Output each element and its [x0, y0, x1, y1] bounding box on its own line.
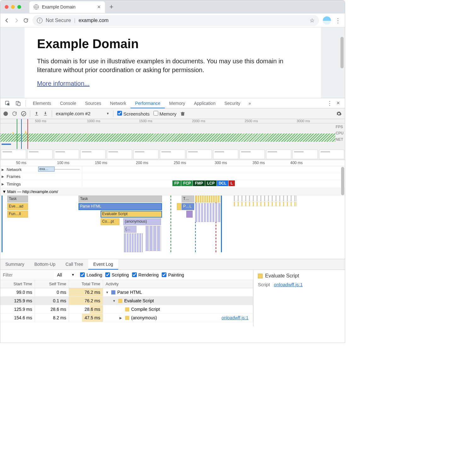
thumbnail[interactable]	[54, 150, 79, 159]
overview-timeline[interactable]: 500 ms 1000 ms 1500 ms 2000 ms 2500 ms 3…	[0, 119, 345, 160]
thumbnail[interactable]	[107, 150, 132, 159]
window-close-button[interactable]	[5, 5, 9, 9]
devtools-tab-elements[interactable]: Elements	[28, 99, 55, 108]
thumbnail[interactable]	[213, 150, 238, 159]
thumbnail[interactable]	[27, 150, 53, 159]
filter-input[interactable]	[0, 271, 54, 279]
filter-painting[interactable]: Painting	[162, 272, 184, 277]
settings-gear-icon[interactable]	[336, 111, 342, 117]
devtools-tab-network[interactable]: Network	[106, 99, 131, 108]
reload-record-icon[interactable]	[12, 111, 17, 117]
flame-block[interactable]	[195, 196, 220, 202]
memory-checkbox[interactable]: Memory	[154, 111, 177, 117]
event-row[interactable]: 154.6 ms8.2 ms47.5 ms▶(anonymous)onloadw…	[0, 314, 253, 322]
flame-block[interactable]: T…	[182, 196, 194, 202]
flame-block[interactable]: P…L	[182, 203, 194, 210]
clear-icon[interactable]	[21, 111, 26, 116]
download-icon[interactable]	[43, 111, 48, 116]
tab-event-log[interactable]: Event Log	[88, 259, 118, 270]
event-row[interactable]: 125.9 ms28.6 ms28.6 msCompile Script	[0, 305, 253, 314]
thumbnail[interactable]	[187, 150, 212, 159]
expand-icon[interactable]: ▶	[2, 175, 5, 178]
devtools-tab-application[interactable]: Application	[189, 99, 220, 108]
thumbnail[interactable]	[293, 150, 318, 159]
detail-script-link[interactable]: onloadwff.js:1	[274, 282, 303, 287]
flame-block[interactable]	[234, 202, 297, 206]
reload-button[interactable]	[23, 18, 29, 23]
timings-row[interactable]: ▶Timings FPFCPFMPLCPDCLL	[0, 180, 345, 188]
flame-block[interactable]: Evaluate Script	[101, 211, 162, 218]
event-row[interactable]: 99.0 ms0 ms76.2 ms▼Parse HTML	[0, 288, 253, 297]
viewport-scrollbar[interactable]	[340, 37, 344, 68]
flame-block[interactable]: Fun…ll	[7, 211, 28, 218]
devtools-tab-memory[interactable]: Memory	[165, 99, 190, 108]
browser-tab[interactable]: Example Domain ×	[29, 1, 105, 13]
forward-button[interactable]	[14, 18, 19, 23]
devtools-close-icon[interactable]: ×	[334, 100, 342, 106]
frames-row[interactable]: ▶Frames	[0, 173, 345, 180]
network-item[interactable]: exa…	[38, 167, 55, 172]
flame-block[interactable]: Parse HTML	[78, 203, 162, 210]
flame-block[interactable]	[195, 203, 220, 222]
menu-kebab-icon[interactable]: ⋮	[335, 17, 341, 24]
window-minimize-button[interactable]	[11, 5, 15, 9]
flame-block[interactable]: (anonymous)	[123, 218, 161, 225]
flame-block[interactable]	[145, 226, 161, 251]
flame-block[interactable]	[186, 211, 193, 218]
flame-canvas[interactable]: Task Eve…ad Fun…ll Task Parse HTML Evalu…	[0, 196, 345, 252]
main-thread-header[interactable]: ▼ Main — http://example.com/	[0, 188, 345, 196]
tab-bottom-up[interactable]: Bottom-Up	[29, 259, 61, 270]
devtools-tab-console[interactable]: Console	[55, 99, 80, 108]
flame-block[interactable]: Task	[7, 196, 28, 202]
flame-block[interactable]	[177, 203, 181, 210]
devtools-menu-icon[interactable]: ⋮	[327, 100, 333, 107]
window-maximize-button[interactable]	[17, 5, 21, 9]
flame-chart[interactable]: 50 ms 100 ms 150 ms 200 ms 250 ms 300 ms…	[0, 160, 345, 259]
flame-block[interactable]	[124, 233, 143, 252]
new-tab-button[interactable]: +	[109, 3, 113, 11]
tab-call-tree[interactable]: Call Tree	[61, 259, 88, 270]
thumbnail[interactable]	[1, 150, 26, 159]
flame-block[interactable]: Eve…ad	[7, 203, 28, 210]
flame-block[interactable]: Co…pt	[101, 218, 119, 225]
flame-block[interactable]: Task	[78, 196, 162, 202]
collapse-icon[interactable]: ▼	[2, 189, 6, 194]
inspect-element-icon[interactable]	[3, 100, 12, 106]
thumbnail[interactable]	[160, 150, 185, 159]
bookmark-star-icon[interactable]: ☆	[310, 17, 315, 24]
screenshots-checkbox[interactable]: Screenshots	[117, 111, 150, 117]
devtools-tab-performance[interactable]: Performance	[131, 99, 165, 108]
thumbnail[interactable]	[80, 150, 106, 159]
more-tabs-chevron-icon[interactable]: »	[246, 101, 253, 106]
tab-summary[interactable]: Summary	[0, 259, 29, 270]
flame-block[interactable]	[234, 196, 297, 201]
filter-scripting[interactable]: Scripting	[105, 272, 129, 277]
recording-select[interactable]: example.com #2 ▼	[56, 111, 109, 116]
trash-icon[interactable]	[180, 111, 185, 116]
thumbnail[interactable]	[319, 150, 344, 159]
device-toggle-icon[interactable]	[14, 100, 23, 106]
thumbnail[interactable]	[133, 150, 159, 159]
flame-scrollbar[interactable]	[341, 167, 344, 195]
omnibox[interactable]: i Not Secure | example.com ☆	[32, 15, 319, 26]
devtools-tab-security[interactable]: Security	[220, 99, 245, 108]
source-link[interactable]: onloadwff.js:1	[222, 315, 250, 320]
thumbnail[interactable]	[266, 150, 291, 159]
devtools-tab-sources[interactable]: Sources	[81, 99, 106, 108]
network-row[interactable]: ▶Network exa…	[0, 166, 345, 173]
expand-icon[interactable]: ▶	[2, 168, 5, 171]
filter-rendering[interactable]: Rendering	[132, 272, 159, 277]
flame-block[interactable]: (…	[124, 226, 136, 233]
more-info-link[interactable]: More information...	[37, 80, 90, 87]
duration-select[interactable]: All▼	[57, 272, 77, 277]
site-info-icon[interactable]: i	[37, 18, 43, 23]
back-button[interactable]	[4, 18, 10, 23]
filter-loading[interactable]: Loading	[80, 272, 102, 277]
event-row[interactable]: 125.9 ms0.1 ms76.2 ms▼Evaluate Script	[0, 297, 253, 305]
tab-close-icon[interactable]: ×	[97, 4, 101, 10]
profile-avatar[interactable]	[323, 16, 331, 25]
upload-icon[interactable]	[34, 111, 39, 116]
thumbnail[interactable]	[240, 150, 265, 159]
expand-icon[interactable]: ▶	[2, 182, 5, 186]
record-button[interactable]	[3, 111, 8, 116]
